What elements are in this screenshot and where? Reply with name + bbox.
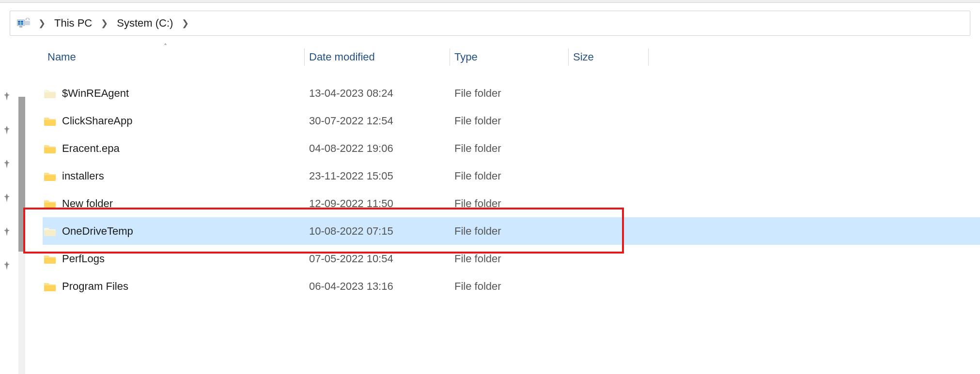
file-name: PerfLogs	[62, 253, 105, 265]
file-name: Eracent.epa	[62, 142, 120, 155]
column-size-label: Size	[573, 51, 594, 63]
nav-scrollbar[interactable]	[10, 44, 28, 374]
file-name: $WinREAgent	[62, 87, 129, 100]
cell-date: 23-11-2022 15:05	[304, 170, 450, 182]
folder-icon	[44, 143, 56, 154]
column-name[interactable]: Name ˄	[43, 44, 304, 71]
table-row[interactable]: $WinREAgent13-04-2023 08:24File folder	[43, 79, 980, 107]
table-row[interactable]: installers23-11-2022 15:05File folder	[43, 162, 980, 190]
column-name-label: Name	[47, 51, 76, 63]
sort-indicator-icon: ˄	[164, 43, 167, 50]
folder-icon	[44, 281, 56, 292]
svg-rect-6	[25, 21, 30, 25]
cell-type: File folder	[450, 170, 568, 182]
address-bar[interactable]: ❯ This PC ❯ System (C:) ❯	[10, 11, 970, 36]
folder-icon	[44, 198, 56, 209]
address-bar-container: ❯ This PC ❯ System (C:) ❯	[0, 3, 980, 44]
pin-icon	[4, 160, 10, 168]
cell-date: 13-04-2023 08:24	[304, 87, 450, 100]
svg-rect-5	[19, 26, 22, 28]
cell-type: File folder	[450, 280, 568, 293]
pin-icon	[4, 126, 10, 135]
cell-name: PerfLogs	[43, 253, 304, 265]
cell-name: Eracent.epa	[43, 142, 304, 155]
cell-name: $WinREAgent	[43, 87, 304, 100]
table-row[interactable]: ClickShareApp30-07-2022 12:54File folder	[43, 107, 980, 135]
table-row[interactable]: Program Files06-04-2023 13:16File folder	[43, 272, 980, 300]
cell-date: 07-05-2022 10:54	[304, 253, 450, 265]
table-row[interactable]: New folder12-09-2022 11:50File folder	[43, 190, 980, 217]
cell-type: File folder	[450, 87, 568, 100]
cell-type: File folder	[450, 253, 568, 265]
table-row[interactable]: OneDriveTemp10-08-2022 07:15File folder	[43, 217, 980, 245]
cell-name: ClickShareApp	[43, 115, 304, 127]
column-type[interactable]: Type	[450, 44, 568, 71]
scrollbar-track[interactable]	[18, 97, 25, 374]
cell-name: OneDriveTemp	[43, 225, 304, 238]
nav-pane-pins	[0, 44, 10, 374]
main-area: Name ˄ Date modified Type Size $WinREAge…	[0, 44, 980, 374]
file-name: OneDriveTemp	[62, 225, 133, 238]
cell-name: installers	[43, 170, 304, 182]
cell-date: 10-08-2022 07:15	[304, 225, 450, 238]
folder-icon	[44, 254, 56, 264]
pin-icon	[4, 194, 10, 202]
file-name: installers	[62, 170, 104, 182]
folder-icon	[44, 116, 56, 126]
table-row[interactable]: PerfLogs07-05-2022 10:54File folder	[43, 245, 980, 272]
column-date-label: Date modified	[309, 51, 375, 63]
svg-rect-2	[21, 21, 23, 23]
chevron-right-icon[interactable]: ❯	[99, 18, 110, 29]
svg-rect-3	[18, 23, 20, 25]
cell-type: File folder	[450, 115, 568, 127]
cell-name: New folder	[43, 197, 304, 210]
column-date[interactable]: Date modified	[304, 44, 450, 71]
cell-type: File folder	[450, 142, 568, 155]
scrollbar-thumb[interactable]	[18, 97, 25, 252]
cell-date: 04-08-2022 19:06	[304, 142, 450, 155]
cell-type: File folder	[450, 225, 568, 238]
svg-rect-1	[18, 21, 20, 23]
svg-rect-4	[21, 23, 23, 25]
cell-date: 12-09-2022 11:50	[304, 197, 450, 210]
file-name: Program Files	[62, 280, 128, 293]
pin-icon	[4, 227, 10, 236]
cell-type: File folder	[450, 197, 568, 210]
column-headers: Name ˄ Date modified Type Size	[28, 44, 980, 71]
folder-icon	[44, 88, 56, 99]
cell-date: 06-04-2023 13:16	[304, 280, 450, 293]
column-spacer	[648, 44, 980, 71]
folder-icon	[44, 171, 56, 181]
breadcrumb-this-pc[interactable]: This PC	[51, 16, 95, 30]
table-row[interactable]: Eracent.epa04-08-2022 19:06File folder	[43, 135, 980, 162]
file-list: Name ˄ Date modified Type Size $WinREAge…	[28, 44, 980, 374]
cell-name: Program Files	[43, 280, 304, 293]
rows-container: $WinREAgent13-04-2023 08:24File folderCl…	[28, 79, 980, 300]
file-name: New folder	[62, 197, 113, 210]
folder-icon	[44, 226, 56, 237]
file-name: ClickShareApp	[62, 115, 133, 127]
breadcrumb-system-c[interactable]: System (C:)	[114, 16, 176, 30]
column-size[interactable]: Size	[568, 44, 648, 71]
column-type-label: Type	[454, 51, 478, 63]
chevron-right-icon[interactable]: ❯	[36, 18, 47, 29]
cell-date: 30-07-2022 12:54	[304, 115, 450, 127]
pin-icon	[4, 261, 10, 270]
pin-icon	[4, 92, 10, 101]
monitor-icon	[17, 18, 31, 29]
chevron-right-icon[interactable]: ❯	[180, 18, 191, 29]
